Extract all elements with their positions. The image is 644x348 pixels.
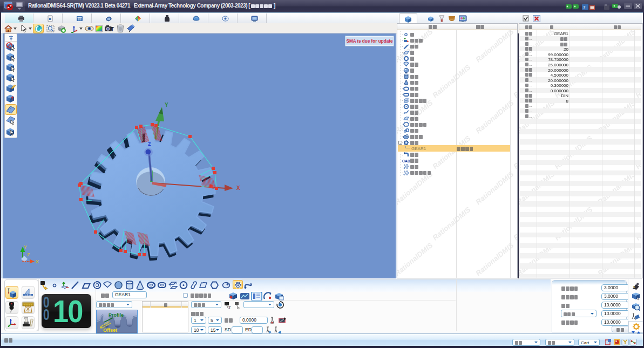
svg-text:RationalDMIS: RationalDMIS [431,277,472,278]
svg-text:Y: Y [24,244,27,250]
svg-text:T: T [111,26,114,32]
svg-text:Z: Z [27,252,30,257]
svg-text:RationalDMIS: RationalDMIS [431,63,472,99]
svg-text:RationalDMIS: RationalDMIS [431,206,472,242]
svg-text:CAD: CAD [402,159,410,163]
svg-text:Z: Z [148,141,151,147]
svg-text:X: X [36,259,39,264]
svg-text:RationalDMIS: RationalDMIS [474,241,515,277]
svg-text:RationalDMIS: RationalDMIS [474,99,515,135]
svg-text:Y: Y [165,102,168,108]
svg-text:RationalDMIS: RationalDMIS [397,241,435,277]
svg-text:X: X [236,185,240,191]
svg-text:T: T [228,305,231,310]
svg-text:Profile: Profile [109,312,124,318]
svg-text:Offset: Offset [103,327,117,333]
svg-text:RationalDMIS: RationalDMIS [512,63,517,99]
svg-text:7: 7 [583,5,586,10]
svg-text:RationalDMIS: RationalDMIS [474,28,515,64]
svg-text:RationalDMIS: RationalDMIS [431,134,472,170]
svg-text:RationalDMIS: RationalDMIS [512,277,517,278]
svg-text:RationalDMIS: RationalDMIS [512,206,517,242]
svg-text:RationalDMIS: RationalDMIS [512,134,517,170]
svg-text:RationalDMIS: RationalDMIS [474,170,515,206]
